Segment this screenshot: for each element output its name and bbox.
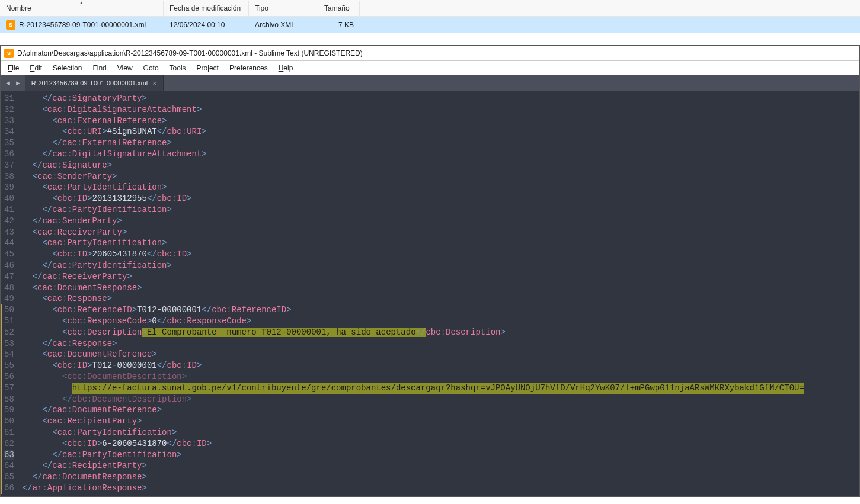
- menu-view[interactable]: View: [113, 62, 138, 74]
- explorer-header: ▴ Nombre Fecha de modificación Tipo Tama…: [0, 0, 860, 17]
- menu-preferences[interactable]: Preferences: [225, 62, 273, 74]
- col-name-label: Nombre: [6, 4, 31, 12]
- menu-selection[interactable]: Selection: [48, 62, 87, 74]
- menu-tools[interactable]: Tools: [165, 62, 191, 74]
- menu-find[interactable]: Find: [88, 62, 111, 74]
- file-name: R-20123456789-09-T001-00000001.xml: [19, 21, 146, 29]
- code-line[interactable]: <cac:DocumentResponse>: [20, 283, 859, 294]
- code-line[interactable]: </ar:ApplicationResponse>: [20, 483, 859, 494]
- code-line[interactable]: <cbc:ID>6-20605431870</cbc:ID>: [20, 438, 859, 450]
- sublime-app-icon: S: [4, 49, 14, 58]
- sort-arrow-icon: ▴: [80, 0, 83, 5]
- menu-bar: File Edit Selection Find View Goto Tools…: [1, 61, 859, 75]
- code-line[interactable]: <cbc:ReferenceID>T012-00000001</cbc:Refe…: [20, 304, 859, 316]
- title-bar[interactable]: S D:\olmaton\Descargas\application\R-201…: [1, 46, 859, 61]
- code-line[interactable]: <cac:ReceiverParty>: [20, 227, 859, 238]
- code-line[interactable]: <cbc:Description>El Comprobante numero T…: [20, 327, 859, 338]
- code-line[interactable]: <cac:ExternalReference>: [20, 115, 859, 127]
- sublime-file-icon: S: [6, 20, 15, 30]
- menu-project[interactable]: Project: [192, 62, 223, 74]
- code-line[interactable]: <cbc:ID>T012-00000001</cbc:ID>: [20, 360, 859, 371]
- code-line[interactable]: </cbc:DocumentDescription>: [20, 394, 859, 405]
- sublime-window: S D:\olmaton\Descargas\application\R-201…: [0, 45, 860, 497]
- tab-bar: ◄ ► R-20123456789-09-T001-00000001.xml ×: [1, 75, 859, 91]
- code-line[interactable]: </cac:ReceiverParty>: [20, 271, 859, 283]
- code-line[interactable]: </cac:SignatoryParty>: [20, 93, 859, 104]
- file-row[interactable]: S R-20123456789-09-T001-00000001.xml 12/…: [0, 17, 860, 33]
- editor[interactable]: 3132333435363738394041424344454647484950…: [1, 91, 859, 496]
- code-line[interactable]: </cac:DocumentReference>: [20, 405, 859, 416]
- code-line[interactable]: <cbc:ID>20605431870</cbc:ID>: [20, 249, 859, 260]
- code-line[interactable]: </cac:Response>: [20, 338, 859, 349]
- code-line[interactable]: <cac:PartyIdentification>: [20, 237, 859, 249]
- code-line[interactable]: </cac:ExternalReference>: [20, 137, 859, 149]
- file-type: Archivo XML: [249, 18, 318, 31]
- tab-label: R-20123456789-09-T001-00000001.xml: [31, 79, 148, 86]
- line-gutter: 3132333435363738394041424344454647484950…: [1, 91, 20, 496]
- menu-help[interactable]: Help: [274, 62, 298, 74]
- code-line[interactable]: <cbc:ID>20131312955</cbc:ID>: [20, 193, 859, 204]
- col-date[interactable]: Fecha de modificación: [164, 1, 249, 16]
- code-line[interactable]: </cac:Signature>: [20, 160, 859, 171]
- tab-close-icon[interactable]: ×: [152, 79, 157, 88]
- code-line[interactable]: <cac:PartyIdentification>: [20, 182, 859, 193]
- file-date: 12/06/2024 00:10: [164, 18, 249, 31]
- col-type[interactable]: Tipo: [249, 1, 318, 16]
- file-size: 7 KB: [318, 18, 360, 31]
- code-line[interactable]: <cac:DocumentReference>: [20, 349, 859, 360]
- code-line[interactable]: </cac:RecipientParty>: [20, 460, 859, 471]
- code-line[interactable]: <cac:SenderParty>: [20, 171, 859, 182]
- code-line[interactable]: </cac:SenderParty>: [20, 216, 859, 227]
- code-line[interactable]: </cac:PartyIdentification>: [20, 450, 859, 461]
- code-line[interactable]: </cac:DocumentResponse>: [20, 471, 859, 483]
- col-size[interactable]: Tamaño: [318, 1, 360, 16]
- code-line[interactable]: <cac:PartyIdentification>: [20, 427, 859, 438]
- code-line[interactable]: </cac:PartyIdentification>: [20, 204, 859, 216]
- code-line[interactable]: https://e-factura.sunat.gob.pe/v1/contri…: [20, 383, 859, 394]
- window-title: D:\olmaton\Descargas\application\R-20123…: [17, 49, 363, 57]
- code-area[interactable]: </cac:SignatoryParty> <cac:DigitalSignat…: [20, 91, 859, 496]
- code-line[interactable]: </cac:DigitalSignatureAttachment>: [20, 149, 859, 160]
- menu-file[interactable]: File: [3, 62, 24, 74]
- nav-back-icon[interactable]: ◄: [3, 79, 13, 86]
- code-line[interactable]: </cac:PartyIdentification>: [20, 260, 859, 271]
- code-line[interactable]: <cac:DigitalSignatureAttachment>: [20, 104, 859, 115]
- col-name[interactable]: ▴ Nombre: [0, 1, 164, 16]
- menu-goto[interactable]: Goto: [139, 62, 164, 74]
- code-line[interactable]: <cbc:URI>#SignSUNAT</cbc:URI>: [20, 126, 859, 137]
- code-line[interactable]: <cbc:ResponseCode>0</cbc:ResponseCode>: [20, 316, 859, 327]
- tab-file[interactable]: R-20123456789-09-T001-00000001.xml ×: [25, 75, 164, 91]
- code-line[interactable]: <cac:RecipientParty>: [20, 416, 859, 427]
- code-line[interactable]: <cbc:DocumentDescription>: [20, 371, 859, 383]
- menu-edit[interactable]: Edit: [25, 62, 47, 74]
- code-line[interactable]: <cac:Response>: [20, 293, 859, 304]
- nav-forward-icon[interactable]: ►: [13, 79, 23, 86]
